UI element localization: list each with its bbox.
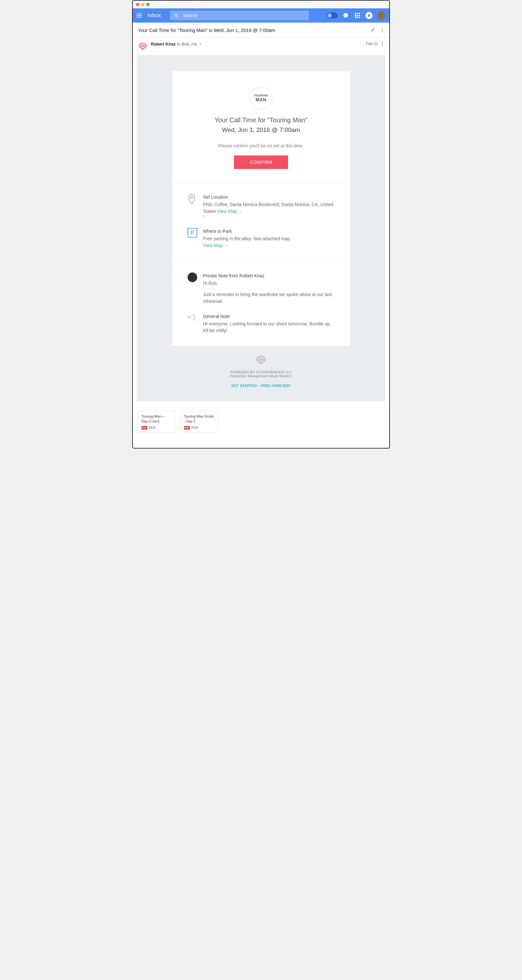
snooze-icon[interactable] <box>358 27 365 33</box>
studiobinder-logo-icon <box>138 41 148 51</box>
thumbtack-icon <box>328 14 331 17</box>
call-time-title: Your Call Time for "Touring Man" <box>182 116 340 124</box>
general-note-body: HI everyone. Looking forward to our shoo… <box>203 321 335 334</box>
close-window-icon[interactable] <box>136 3 139 6</box>
message-date: Feb 22 <box>366 41 378 46</box>
confirm-prompt: Please confirm you'll be on set at this … <box>182 143 340 148</box>
chat-icon[interactable] <box>342 12 349 19</box>
attachment-name: Touring Man Script - Day 2 <box>184 414 214 424</box>
recipients: to Bob, me <box>177 41 197 46</box>
subject-bar: Your Call Time for "Touring Man" is Wed,… <box>133 22 389 37</box>
location-label: Set Location <box>203 194 335 200</box>
megaphone-icon <box>187 313 198 334</box>
pdf-icon: PDF <box>141 426 147 430</box>
maximize-window-icon[interactable] <box>146 3 149 6</box>
apps-icon[interactable] <box>354 12 361 19</box>
attachment-item[interactable]: Touring-Man---Day-2-Jun1 PDFPDF <box>138 411 175 433</box>
attachments: Touring-Man---Day-2-Jun1 PDFPDF Touring … <box>136 411 386 438</box>
touring-man-logo: TOURING MAN <box>250 87 272 109</box>
private-note-greeting: Hi Bob, <box>203 280 335 287</box>
notifications-icon[interactable] <box>365 12 373 19</box>
search-input[interactable] <box>183 13 305 18</box>
parking-label: Where to Park <box>203 228 335 235</box>
general-note-label: General Note <box>203 313 335 320</box>
pdf-icon: PDF <box>184 426 190 430</box>
footer-powered: POWERED BY STUDIOBINDER LLC <box>172 370 350 374</box>
message-header: Robert Kiraz to Bob, me ⇳ Feb 22 <box>136 38 386 53</box>
studiobinder-footer-icon <box>255 355 267 365</box>
search-box[interactable] <box>170 11 309 20</box>
menu-button[interactable] <box>136 12 144 19</box>
window-titlebar <box>133 1 389 8</box>
attachment-type: PDF <box>149 426 156 430</box>
note-avatar <box>187 272 198 305</box>
private-note-label: Private Note from Robert Kiraz <box>203 272 335 279</box>
sender-name: Robert Kiraz <box>151 41 176 46</box>
app-bar: Inbox <box>133 8 389 22</box>
private-note-body: Just a reminder to bring the wardrobe we… <box>203 291 335 305</box>
minimize-window-icon[interactable] <box>141 3 144 6</box>
more-menu-icon[interactable] <box>381 28 384 32</box>
email-subject: Your Call Time for "Touring Man" is Wed,… <box>138 27 275 33</box>
location-pin-icon <box>187 194 198 220</box>
message-from[interactable]: Robert Kiraz to Bob, me ⇳ <box>151 41 202 46</box>
pin-toggle[interactable] <box>327 13 338 18</box>
attachment-name: Touring-Man---Day-2-Jun1 <box>141 414 172 424</box>
location-link[interactable]: View Map → <box>217 208 243 214</box>
pin-icon[interactable] <box>346 27 353 33</box>
user-avatar[interactable] <box>377 11 386 20</box>
svg-point-4 <box>191 196 193 198</box>
search-icon <box>174 13 179 18</box>
attachment-type: PDF <box>191 426 198 430</box>
app-title: Inbox <box>148 12 161 19</box>
confirm-button[interactable]: CONFIRM <box>234 156 289 169</box>
parking-text: Free parking in the alley. See attached … <box>203 235 335 242</box>
attachment-item[interactable]: Touring Man Script - Day 2 PDFPDF <box>181 411 218 433</box>
email-body-wrap: TOURING MAN Your Call Time for "Touring … <box>136 55 386 401</box>
message-more-icon[interactable] <box>381 41 384 46</box>
parking-link[interactable]: View Map → <box>203 243 228 248</box>
call-time-datetime: Wed, Jun 1, 2016 @ 7:00am <box>182 126 340 134</box>
footer-tagline: Production Management Made Modern. <box>172 374 350 378</box>
footer-cta-link[interactable]: GET STARTED - FREE FOREVER! <box>232 384 290 388</box>
expand-recipients-icon[interactable]: ⇳ <box>199 43 202 46</box>
done-icon[interactable]: ✓ <box>371 27 375 33</box>
parking-icon: P <box>187 228 198 249</box>
